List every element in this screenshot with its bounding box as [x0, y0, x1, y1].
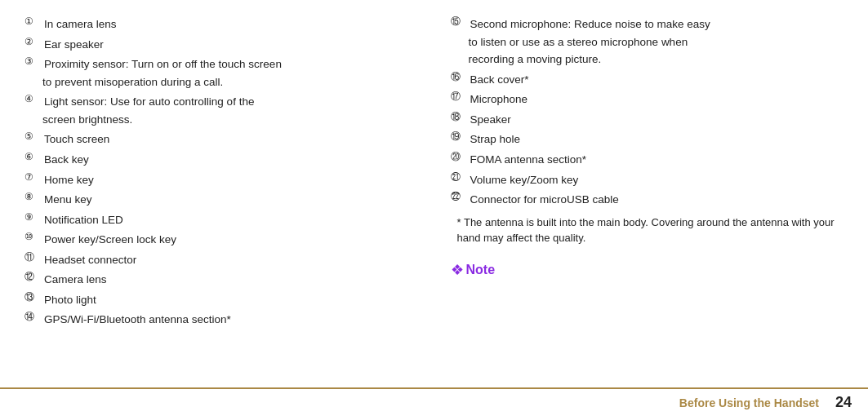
item-number-2: ②	[24, 37, 42, 46]
left-column: ① In camera lens ② Ear speaker ③ Proximi…	[24, 16, 443, 400]
item-number-17: ⑰	[451, 91, 469, 101]
list-item: ② Ear speaker	[24, 37, 418, 53]
footer-title: Before Using the Handset	[679, 396, 819, 409]
item-text-5: Touch screen	[44, 131, 109, 148]
item-number-5: ⑤	[24, 131, 42, 141]
asterisk-note: * The antenna is built into the main bod…	[451, 215, 844, 246]
item-number-4: ④	[24, 94, 42, 104]
list-item: ① In camera lens	[24, 16, 418, 33]
item-number-14: ⑭	[24, 312, 42, 321]
list-item: ⑭ GPS/Wi-Fi/Bluetooth antenna section*	[24, 312, 418, 328]
list-item: ⑱ Speaker	[451, 112, 844, 128]
list-item: ④ Light sensor: Use for auto controlling…	[24, 94, 418, 110]
item-continuation-4: screen brightness.	[24, 112, 418, 128]
item-text-20: FOMA antenna section*	[470, 152, 587, 168]
list-item: ⑲ Strap hole	[451, 131, 844, 148]
item-number-18: ⑱	[451, 112, 469, 122]
item-continuation-15b: recording a moving picture.	[451, 51, 844, 68]
item-number-19: ⑲	[451, 131, 469, 141]
asterisk-note-text: The antenna is built into the main body.…	[457, 216, 835, 245]
item-number-22: ㉒	[451, 192, 469, 201]
item-text-3: Proximity sensor: Turn on or off the tou…	[44, 56, 282, 73]
item-text-21: Volume key/Zoom key	[470, 172, 579, 188]
item-text-18: Speaker	[470, 112, 511, 128]
list-item: ③ Proximity sensor: Turn on or off the t…	[24, 56, 418, 73]
item-number-21: ㉑	[451, 172, 469, 182]
list-item: ⑨ Notification LED	[24, 212, 418, 228]
list-item: ㉒ Connector for microUSB cable	[451, 192, 844, 208]
list-item: ⑳ FOMA antenna section*	[451, 152, 844, 168]
item-text-6: Back key	[44, 152, 89, 168]
footer-page: 24	[835, 394, 852, 411]
item-text-2: Ear speaker	[44, 37, 104, 53]
item-number-6: ⑥	[24, 152, 42, 162]
item-number-1: ①	[24, 16, 42, 26]
page-container: ① In camera lens ② Ear speaker ③ Proximi…	[0, 0, 868, 416]
right-item-list: ⑮ Second microphone: Reduce noise to mak…	[451, 16, 844, 208]
item-text-15: Second microphone: Reduce noise to make …	[470, 16, 710, 33]
list-item: ⑦ Home key	[24, 172, 418, 188]
left-item-list: ① In camera lens ② Ear speaker ③ Proximi…	[24, 16, 418, 328]
item-number-11: ⑪	[24, 252, 42, 262]
note-diamond-icon: ❖	[451, 261, 464, 279]
list-item: ㉑ Volume key/Zoom key	[451, 172, 844, 188]
item-continuation-15a: to listen or use as a stereo microphone …	[451, 34, 844, 51]
note-section: ❖ Note	[451, 261, 844, 279]
list-item: ⑮ Second microphone: Reduce noise to mak…	[451, 16, 844, 33]
item-continuation-3: to prevent misoperation during a call.	[24, 74, 418, 91]
item-text-8: Menu key	[44, 192, 92, 208]
list-item: ⑫ Camera lens	[24, 272, 418, 288]
list-item: ⑥ Back key	[24, 152, 418, 168]
item-number-16: ⑯	[451, 72, 469, 82]
item-text-10: Power key/Screen lock key	[44, 232, 176, 248]
item-number-13: ⑬	[24, 292, 42, 302]
item-number-20: ⑳	[451, 152, 469, 162]
item-number-8: ⑧	[24, 192, 42, 201]
list-item: ⑧ Menu key	[24, 192, 418, 208]
item-text-7: Home key	[44, 172, 94, 188]
item-text-1: In camera lens	[44, 16, 117, 33]
item-text-9: Notification LED	[44, 212, 123, 228]
asterisk-symbol: *	[457, 216, 464, 228]
item-text-14: GPS/Wi-Fi/Bluetooth antenna section*	[44, 312, 231, 328]
item-text-22: Connector for microUSB cable	[470, 192, 619, 208]
right-column: ⑮ Second microphone: Reduce noise to mak…	[443, 16, 844, 400]
item-text-4: Light sensor: Use for auto controlling o…	[44, 94, 254, 110]
list-item: ⑬ Photo light	[24, 292, 418, 308]
item-number-7: ⑦	[24, 172, 42, 182]
footer-bar: Before Using the Handset 24	[0, 387, 868, 416]
item-number-3: ③	[24, 56, 42, 66]
note-label: Note	[466, 263, 496, 277]
list-item: ⑩ Power key/Screen lock key	[24, 232, 418, 248]
item-number-15: ⑮	[451, 16, 469, 26]
item-number-12: ⑫	[24, 272, 42, 281]
item-text-13: Photo light	[44, 292, 96, 308]
list-item: ⑤ Touch screen	[24, 131, 418, 148]
item-text-11: Headset connector	[44, 252, 136, 268]
item-text-12: Camera lens	[44, 272, 107, 288]
list-item: ⑯ Back cover*	[451, 72, 844, 88]
item-text-16: Back cover*	[470, 72, 529, 88]
item-number-9: ⑨	[24, 212, 42, 222]
item-text-17: Microphone	[470, 91, 528, 108]
item-number-10: ⑩	[24, 232, 42, 241]
list-item: ⑪ Headset connector	[24, 252, 418, 268]
item-text-19: Strap hole	[470, 131, 521, 148]
list-item: ⑰ Microphone	[451, 91, 844, 108]
